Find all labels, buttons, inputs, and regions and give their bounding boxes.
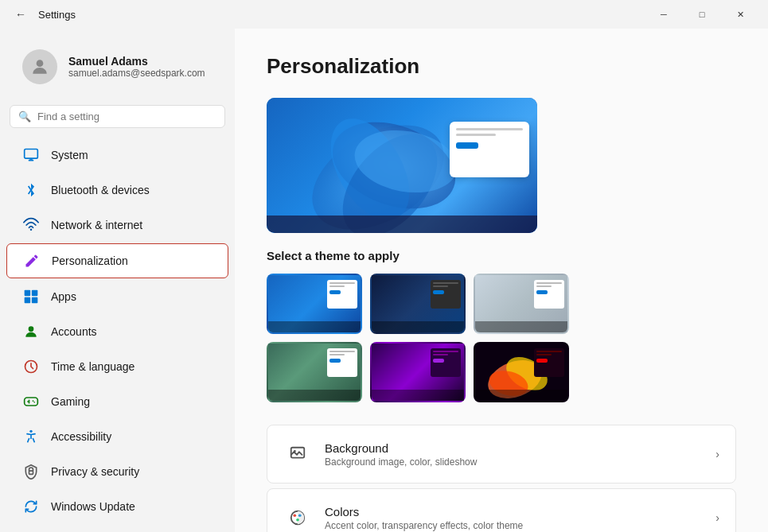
avatar [22,49,57,84]
gaming-label: Gaming [51,395,90,408]
svg-rect-8 [32,297,38,304]
app-body: Samuel Adams samuel.adams@seedspark.com … [0,29,768,532]
time-icon [22,358,40,375]
accessibility-icon [22,428,40,445]
user-email: samuel.adams@seedspark.com [68,68,205,79]
close-button[interactable]: ✕ [722,2,758,27]
svg-point-0 [37,60,44,67]
svg-rect-1 [25,150,38,159]
minimize-button[interactable]: ─ [645,2,682,27]
swatch-card-6 [534,348,564,377]
swatch-card-4 [327,348,357,377]
svg-rect-15 [29,471,33,474]
time-label: Time & language [51,360,134,373]
bluetooth-label: Bluetooth & devices [51,184,150,196]
network-label: Network & internet [51,219,142,231]
svg-point-4 [30,229,33,231]
colors-text: Colors Accent color, transparency effect… [325,505,715,531]
gaming-icon [22,393,40,410]
accounts-label: Accounts [51,325,97,338]
svg-point-27 [294,514,297,517]
network-icon [22,216,40,234]
title-bar: ← Settings ─ □ ✕ [0,0,768,29]
swatch-card-5 [431,348,461,377]
svg-point-9 [29,326,34,332]
back-button[interactable]: ← [10,3,32,25]
bluetooth-icon [22,181,40,199]
swatch-card-1 [327,280,357,309]
background-title: Background [325,441,715,455]
preview-card [450,122,529,177]
user-info: Samuel Adams samuel.adams@seedspark.com [68,55,205,79]
theme-swatch-1[interactable] [267,274,362,334]
svg-point-14 [29,430,32,433]
nav-time[interactable]: Time & language [6,350,228,383]
page-title: Personalization [267,54,736,79]
preview-btn [456,142,478,149]
swatch-card-2 [431,280,461,309]
user-card[interactable]: Samuel Adams samuel.adams@seedspark.com [6,38,228,95]
svg-rect-2 [29,160,34,161]
svg-point-29 [296,518,299,522]
svg-point-28 [298,514,302,517]
theme-swatch-5[interactable] [370,342,466,402]
nav-network[interactable]: Network & internet [6,208,228,242]
colors-setting[interactable]: Colors Accent color, transparency effect… [267,488,736,532]
theme-swatch-6[interactable] [474,342,569,402]
colors-title: Colors [325,505,715,518]
colors-chevron: › [715,511,719,524]
search-input[interactable] [37,111,216,122]
apps-label: Apps [51,290,76,303]
main-content: Personalization [235,29,768,532]
update-icon [22,498,40,515]
nav-privacy[interactable]: Privacy & security [6,455,228,488]
svg-point-13 [33,402,35,403]
system-icon [22,146,40,164]
sidebar: Samuel Adams samuel.adams@seedspark.com … [0,29,235,532]
background-text: Background Background image, color, slid… [325,441,715,468]
colors-subtitle: Accent color, transparency effects, colo… [325,520,715,531]
background-subtitle: Background image, color, slideshow [325,456,715,468]
svg-rect-3 [29,158,32,160]
nav-bluetooth[interactable]: Bluetooth & devices [6,173,228,207]
swatch-card-3 [534,280,564,309]
window-title: Settings [38,9,76,21]
maximize-button[interactable]: □ [684,2,720,27]
theme-swatch-2[interactable] [370,274,466,334]
svg-rect-7 [25,297,31,304]
nav-accounts[interactable]: Accounts [6,315,228,348]
background-setting[interactable]: Background Background image, color, slid… [267,425,736,483]
svg-point-12 [33,400,34,402]
privacy-icon [22,463,40,480]
nav-accessibility[interactable]: Accessibility [6,420,228,453]
theme-swatch-3[interactable] [474,274,569,334]
background-icon [283,440,312,468]
svg-rect-6 [32,290,38,297]
search-icon: 🔍 [18,111,31,122]
theme-preview [267,98,537,233]
svg-rect-5 [25,290,31,297]
theme-section-label: Select a theme to apply [267,249,736,262]
title-bar-left: ← Settings [10,3,645,25]
nav-update[interactable]: Windows Update [6,490,228,523]
personalization-icon [23,252,41,270]
theme-grid [267,274,736,402]
system-label: System [51,149,88,161]
svg-point-25 [294,450,296,452]
preview-line-1 [456,128,523,130]
window-controls: ─ □ ✕ [645,2,758,27]
search-box[interactable]: 🔍 [10,105,225,128]
theme-swatch-4[interactable] [267,342,362,402]
preview-line-2 [456,134,496,136]
background-chevron: › [715,448,719,460]
nav-apps[interactable]: Apps [6,280,228,313]
nav-personalization[interactable]: Personalization [6,243,228,278]
accessibility-label: Accessibility [51,430,111,443]
nav-gaming[interactable]: Gaming [6,385,228,418]
privacy-label: Privacy & security [51,465,139,478]
nav-system[interactable]: System [6,138,228,172]
update-label: Windows Update [51,500,135,513]
user-name: Samuel Adams [68,55,205,68]
apps-icon [22,288,40,305]
preview-taskbar [267,216,537,233]
